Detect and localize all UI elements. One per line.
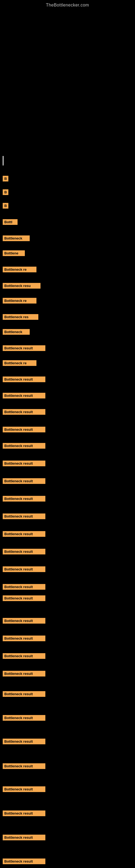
bottleneck-item-4: Bottleneck [3,236,30,241]
bottleneck-label-1: B [3,189,8,195]
bottleneck-item-23: Bottleneck result [3,549,45,554]
bottleneck-label-3: Bottl [3,219,17,225]
bottleneck-item-14: Bottleneck result [3,393,45,399]
bottleneck-label-29: Bottleneck result [3,653,45,659]
bottleneck-label-17: Bottleneck result [3,443,45,448]
bottleneck-label-20: Bottleneck result [3,496,45,501]
bottleneck-item-9: Bottleneck res [3,314,38,320]
bottleneck-label-4: Bottleneck [3,236,30,241]
bottleneck-item-18: Bottleneck result [3,461,45,466]
bottleneck-label-15: Bottleneck result [3,409,45,415]
bottleneck-label-12: Bottleneck re [3,360,37,366]
bottleneck-item-1: B [3,189,8,195]
bottleneck-label-35: Bottleneck result [3,786,45,792]
bottleneck-label-7: Bottleneck resu [3,283,41,289]
bottleneck-label-21: Bottleneck result [3,514,45,519]
bottleneck-label-13: Bottleneck result [3,376,45,382]
bottleneck-label-19: Bottleneck result [3,478,45,484]
bottleneck-item-15: Bottleneck result [3,409,45,415]
bottleneck-label-25: Bottleneck result [3,584,45,590]
bottleneck-item-12: Bottleneck re [3,360,37,366]
bottleneck-item-31: Bottleneck result [3,691,45,697]
bottleneck-item-17: Bottleneck result [3,443,45,448]
bottleneck-label-6: Bottleneck re [3,267,37,272]
bottleneck-label-22: Bottleneck result [3,531,45,537]
bottleneck-item-10: Bottleneck [3,329,30,335]
bottleneck-label-31: Bottleneck result [3,691,45,697]
bottleneck-item-35: Bottleneck result [3,786,45,792]
bottleneck-label-0: B [3,176,8,182]
bottleneck-item-29: Bottleneck result [3,653,45,659]
bottleneck-item-16: Bottleneck result [3,427,45,432]
bottleneck-item-13: Bottleneck result [3,376,45,382]
bottleneck-item-27: Bottleneck result [3,618,45,624]
bottleneck-item-30: Bottleneck result [3,671,45,677]
bottleneck-label-14: Bottleneck result [3,393,45,399]
bottleneck-label-8: Bottleneck re [3,298,37,304]
items-container: BBBBottlBottleneckBottleneBottleneck reB… [0,161,135,866]
bottleneck-label-11: Bottleneck result [3,345,45,351]
bottleneck-item-32: Bottleneck result [3,715,45,721]
bottleneck-label-33: Bottleneck result [3,739,45,744]
bottleneck-item-34: Bottleneck result [3,763,45,769]
bottleneck-label-38: Bottleneck result [3,859,45,864]
chart-area [5,9,130,161]
bottleneck-label-16: Bottleneck result [3,427,45,432]
bottleneck-label-18: Bottleneck result [3,461,45,466]
bottleneck-label-2: B [3,203,8,209]
bottleneck-item-8: Bottleneck re [3,298,37,304]
bottleneck-item-11: Bottleneck result [3,345,45,351]
bottleneck-label-24: Bottleneck result [3,566,45,572]
bottleneck-item-36: Bottleneck result [3,810,45,816]
bottleneck-item-19: Bottleneck result [3,478,45,484]
bottleneck-label-37: Bottleneck result [3,835,45,840]
bottleneck-item-7: Bottleneck resu [3,283,41,289]
bottleneck-label-36: Bottleneck result [3,810,45,816]
bottleneck-item-0: B [3,176,8,182]
bottleneck-item-28: Bottleneck result [3,636,45,641]
bottleneck-item-25: Bottleneck result [3,584,45,590]
bottleneck-label-10: Bottleneck [3,329,30,335]
site-title: TheBottlenecker.com [0,0,135,9]
bottleneck-label-27: Bottleneck result [3,618,45,624]
bottleneck-label-26: Bottleneck result [3,595,45,601]
bottleneck-item-37: Bottleneck result [3,835,45,840]
bottleneck-item-22: Bottleneck result [3,531,45,537]
bottleneck-label-34: Bottleneck result [3,763,45,769]
bottleneck-item-3: Bottl [3,219,17,225]
bottleneck-item-5: Bottlene [3,250,25,256]
bottleneck-item-26: Bottleneck result [3,595,45,601]
bottleneck-item-2: B [3,203,8,209]
bottleneck-label-5: Bottlene [3,250,25,256]
bottleneck-label-32: Bottleneck result [3,715,45,721]
bottleneck-item-20: Bottleneck result [3,496,45,501]
bottleneck-item-6: Bottleneck re [3,267,37,272]
bottleneck-label-23: Bottleneck result [3,549,45,554]
bottleneck-label-28: Bottleneck result [3,636,45,641]
bottleneck-item-24: Bottleneck result [3,566,45,572]
bottleneck-label-30: Bottleneck result [3,671,45,677]
bottleneck-label-9: Bottleneck res [3,314,38,320]
bottleneck-item-21: Bottleneck result [3,514,45,519]
bottleneck-item-33: Bottleneck result [3,739,45,744]
bottleneck-item-38: Bottleneck result [3,859,45,864]
